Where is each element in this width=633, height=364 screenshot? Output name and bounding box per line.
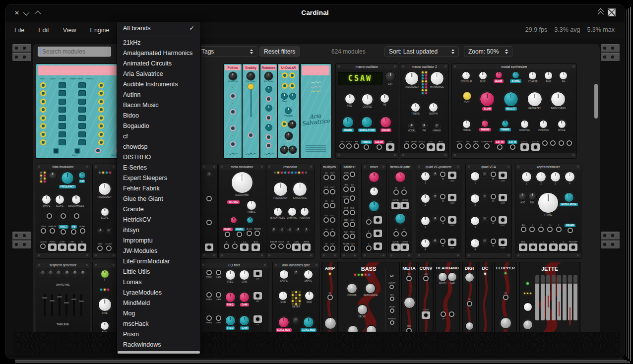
module-card-aria-art-panel[interactable]: Aria Salvatrice: [301, 64, 331, 158]
brand-menu-item-jw-modules[interactable]: JW-Modules: [117, 246, 200, 256]
jack-port: [542, 140, 548, 146]
aria-tbox: [78, 131, 86, 137]
brand-menu-item-e-series[interactable]: E-Series: [117, 163, 200, 173]
brand-menu-item-prism[interactable]: Prism: [117, 329, 200, 340]
panel-top-stripe: [302, 65, 329, 75]
brand-menu-item-glue-the-giant[interactable]: Glue the Giant: [117, 194, 200, 204]
module-card-module-partial-a[interactable]: FREQUENCYSLOPETRIGCLOCK: [93, 164, 117, 258]
led-indicator: [292, 291, 294, 293]
module-panel: [201, 164, 217, 258]
module-card-resonator[interactable]: resonatorFREQUENCYSTRUCTUREBRIGHTNESSDAM…: [266, 164, 314, 258]
module-card-bernoulli-gate[interactable]: bernoulli gateINPOUT AOUT BINPOUT AOUT B: [388, 164, 412, 258]
brand-menu-item-bogaudio[interactable]: Bogaudio: [117, 121, 200, 131]
vertical-scrollbar[interactable]: [594, 84, 598, 119]
signature-squiggle: [246, 152, 256, 156]
brand-menu-item-animated-circuits[interactable]: Animated Circuits: [117, 59, 200, 69]
module-card-keyframer-mixer[interactable]: keyframer/mixer1234ADDDELFRAMEMODULATION…: [515, 164, 581, 258]
label-badge: GAIN: [240, 303, 249, 306]
brand-menu-item-lifeformmodular[interactable]: LifeFormModular: [117, 256, 200, 267]
module-card-bass[interactable]: BASSCUTOFFRESONANCEDECAYENVMODACCENTACCE…: [338, 262, 399, 332]
port-row: PRE: [404, 325, 414, 332]
jack-port: [551, 244, 556, 250]
module-card-quad-vc-polarizer[interactable]: quad VC-polarizer1INOUT2INOUT3INOUT4INOU…: [416, 164, 461, 258]
label-badge: BLOW: [494, 79, 504, 83]
module-card-flopper[interactable]: FLOPPERCVININ: [495, 262, 516, 332]
module-card-quad-vca[interactable]: quad VCA1INOUT2INOUT3INOUT4INOUT: [466, 164, 511, 258]
brand-menu-item-chowdsp[interactable]: chowdsp: [117, 142, 200, 152]
brand-menu-item-autinn[interactable]: Autinn: [117, 90, 200, 100]
module-card-deadband[interactable]: DEADBANDWIDTHGAPCV: [435, 262, 460, 332]
module-card-dc[interactable]: DCIN: [478, 262, 492, 332]
knob-with-label: [265, 72, 272, 80]
knob-with-label: FREQUENCY: [98, 182, 112, 198]
double-chevron-up-icon[interactable]: [597, 8, 604, 16]
port-with-label: DECAY: [389, 306, 395, 313]
brand-menu-item-mog[interactable]: Mog: [117, 308, 200, 319]
brand-menu-item-distrho[interactable]: DISTRHO: [117, 152, 200, 163]
menu-file[interactable]: File: [9, 25, 29, 36]
module-card-pokies[interactable]: PokiesGlobal Trig: [224, 64, 242, 158]
brand-menu-item-expert-sleepers[interactable]: Expert Sleepers: [117, 173, 200, 183]
module-card-mera[interactable]: MERACVPRE: [401, 262, 417, 332]
module-card-multiples[interactable]: multiplesINOUTOUTOUTININOUTOUTINININOUT: [321, 164, 338, 258]
menu-view[interactable]: View: [58, 25, 81, 36]
brand-menu-item-amalgamated-harmonics[interactable]: Amalgamated Harmonics: [117, 48, 200, 59]
module-card-macro-oscillator-2[interactable]: macro oscillator 2FREQUENCYHARMONICSTIMB…: [400, 64, 448, 158]
brand-menu-item-bacon-music[interactable]: Bacon Music: [117, 100, 200, 111]
module-card-amp[interactable]: AMPCVIN: [322, 262, 338, 332]
module-card-module-partial-c[interactable]: tRATEBIASCLOCK: [93, 262, 117, 332]
brand-menu-item-mindmeld[interactable]: MindMeld: [117, 298, 200, 308]
brand-menu-item-rackwindows[interactable]: Rackwindows: [117, 340, 200, 350]
brand-menu-item-cf[interactable]: cf: [117, 131, 200, 142]
missing-image-icon[interactable]: [608, 8, 616, 16]
brand-menu-item-bidoo[interactable]: Bidoo: [117, 111, 200, 121]
knob-teal: [504, 92, 518, 107]
brand-menu-item-mschack[interactable]: mscHack: [117, 319, 200, 329]
module-card-grabby[interactable]: GrabbyExt. Scale: [243, 64, 259, 158]
brand-menu-item-all-brands[interactable]: All brands ✓: [117, 22, 200, 34]
widget-label: IN: [492, 244, 494, 247]
knob-white: [300, 207, 309, 216]
brand-menu-item-impromptu[interactable]: Impromptu: [117, 236, 200, 246]
port-with-label: PRE: [406, 325, 412, 332]
sort-dropdown[interactable]: Sort: Last updated: [384, 46, 459, 57]
zoom-dropdown[interactable]: Zoom: 50%: [464, 46, 512, 57]
module-card-macro-oscillator[interactable]: macro oscillatorCSAWEXTFINECOARSEFMTIMBR…: [336, 64, 398, 158]
control-row: [465, 322, 474, 330]
brand-menu-item-hetrickcv[interactable]: HetrickCV: [117, 215, 200, 225]
brand-menu-item-little-utils[interactable]: Little Utils: [117, 267, 200, 277]
module-card-conv[interactable]: CONV+5V0-10V0-10V: [419, 262, 433, 332]
brand-menu-item-grande[interactable]: Grande: [117, 204, 200, 215]
aria-yring: [98, 139, 104, 145]
brand-menu-item-audible-instruments[interactable]: Audible Instruments: [117, 79, 200, 90]
module-card-mixer[interactable]: mixer123: [362, 164, 386, 258]
brand-menu-item-lomas[interactable]: Lomas: [117, 277, 200, 288]
brand-menu-item-aria-salvatrice[interactable]: Aria Salvatrice: [117, 69, 200, 79]
widget-label: LEVEL: [79, 225, 85, 228]
module-card-utilities[interactable]: utilitiesSIGNINV1/XLOGICIN AIN BMAXMINS&…: [341, 164, 358, 258]
reset-filters-button[interactable]: Reset filters: [259, 46, 300, 57]
module-card-module-partial-b[interactable]: [201, 164, 217, 258]
module-card-rotatoes[interactable]: RotatoesExt. Scale: [260, 64, 277, 158]
module-card-segment-generator[interactable]: segment generatorSHAPE/TIMETIME/LEVELGAT…: [36, 262, 90, 332]
knob-white: [278, 291, 288, 301]
menu-engine[interactable]: Engine: [85, 25, 115, 36]
module-card-digi[interactable]: DIGICVANALOG: [462, 262, 476, 332]
module-card-jette[interactable]: JETTEINJECT: [519, 262, 580, 332]
knob-white: [559, 71, 568, 80]
brand-menu-item-lyraemodules[interactable]: LyraeModules: [117, 288, 200, 298]
module-card-tidal-modulator[interactable]: tidal modulatorFREQUENCYFMSHAPESLOPESMOO…: [36, 164, 90, 258]
module-card-eq-filter[interactable]: EQ filterFREQGAINFREQGAINHPFREQGAINFREQG…: [200, 262, 268, 332]
brand-menu-item-21khz[interactable]: 21kHz: [117, 38, 200, 48]
module-card-modal-synthesizer[interactable]: modal synthesizerCONTOURBOWBLOWSTRIKECOA…: [452, 64, 576, 158]
menu-scrollbar[interactable]: [118, 351, 200, 354]
output-port-group: [499, 172, 507, 179]
module-card-meta-modulator[interactable]: meta modulatorALGORITHMINT. OSCTIMBRELEV…: [219, 164, 265, 258]
module-card-undular[interactable]: UnDuLaRStepPaddingZoomAlphaTrim: [278, 64, 299, 158]
brand-menu-item-ihtsyn[interactable]: ihtsyn: [117, 225, 200, 236]
module-card-dual-dynamics-gate[interactable]: dual dynamics gateSHAPESHAPEMODMETERMODL…: [273, 262, 319, 332]
menu-edit[interactable]: Edit: [33, 25, 54, 36]
search-input[interactable]: [38, 47, 111, 57]
led-indicator: [299, 297, 301, 299]
brand-menu-item-fehler-fabrik[interactable]: Fehler Fabrik: [117, 183, 200, 194]
